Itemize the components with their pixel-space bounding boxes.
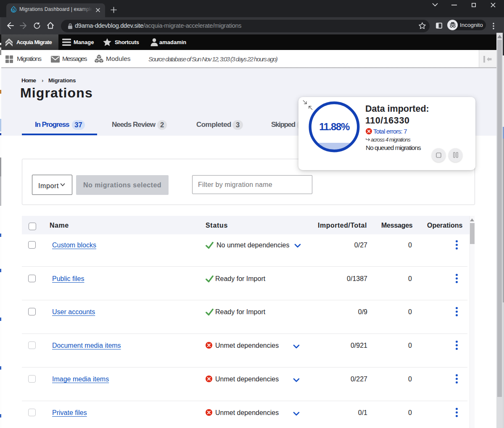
svg-text:11.88%: 11.88% [319,121,350,132]
